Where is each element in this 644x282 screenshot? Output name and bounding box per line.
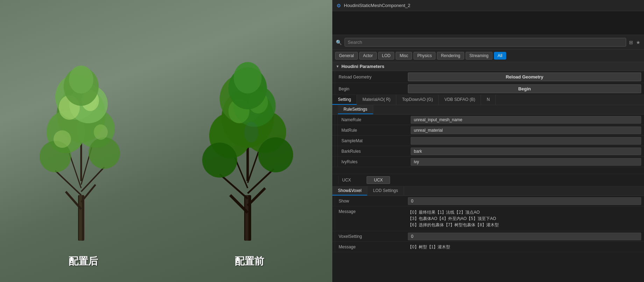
voxel-setting-input[interactable] [408, 233, 641, 240]
show-input[interactable] [408, 197, 641, 205]
search-icon: 🔍 [336, 40, 342, 45]
tab-rendering[interactable]: Rendering [437, 52, 464, 60]
voxel-setting-label: VoxelSetting [335, 233, 405, 240]
svg-point-21 [69, 66, 93, 94]
mat-rule-label: MatRule [338, 126, 408, 134]
ucx-row: UCX UCX [332, 174, 644, 186]
svg-line-3 [81, 185, 95, 202]
sub-tab-setting[interactable]: Setting [332, 95, 357, 105]
sample-mat-label: SampleMat [338, 137, 408, 145]
sub-tab-materialao[interactable]: MaterialAO( R) [357, 95, 396, 105]
voxel-setting-row: VoxelSetting [332, 231, 644, 242]
tab-show-voxel[interactable]: Show&Voxel [332, 186, 367, 195]
ucx-label: UCX [342, 178, 363, 183]
bark-rules-input[interactable] [411, 147, 641, 155]
indent [332, 83, 335, 95]
tree-after-label: 配置后 [69, 255, 98, 268]
reload-geometry-label: Reload Geometry [335, 73, 405, 81]
bark-rules-label: BarkRules [338, 147, 408, 155]
component-icon: ⚙ [337, 3, 341, 8]
spacer-row [332, 167, 644, 174]
voxel-message-value: 【0】树型【1】灌木型 [405, 242, 644, 252]
sub-tab-topdownao[interactable]: TopDownAO (G) [396, 95, 439, 105]
sub-tabs: Setting MaterialAO( R) TopDownAO (G) VDB… [332, 95, 644, 105]
show-row: Show [332, 196, 644, 206]
name-rule-row: NameRule [332, 115, 644, 125]
begin-button[interactable]: Begin [408, 84, 641, 93]
ivy-rules-row: IvyRules [332, 157, 644, 167]
tree-after-svg [34, 55, 132, 251]
svg-point-13 [89, 137, 120, 169]
name-rule-label: NameRule [338, 116, 408, 124]
svg-point-41 [234, 62, 262, 94]
inner-tab-rulesettings[interactable]: RuleSettings [338, 105, 373, 114]
viewport: 配置后 [0, 0, 332, 282]
indent2 [335, 146, 338, 156]
sub-tab-vdb[interactable]: VDB SDFAO (B) [439, 95, 481, 105]
sample-mat-input[interactable] [411, 137, 641, 145]
svg-rect-23 [245, 195, 248, 241]
svg-point-34 [202, 143, 237, 178]
mat-rule-row: MatRule [332, 125, 644, 136]
indent [332, 71, 335, 83]
top-spacer [332, 11, 644, 35]
reload-geometry-button[interactable]: Reload Geometry [408, 73, 641, 81]
mat-rule-input[interactable] [411, 126, 641, 134]
main-content[interactable]: ▼ Houdini Parameters Reload Geometry Rel… [332, 62, 644, 282]
begin-row: Begin Begin [332, 83, 644, 95]
star-button[interactable]: ★ [636, 40, 641, 45]
tree-before: 配置前 [200, 55, 298, 268]
message-label: Message [335, 208, 405, 215]
indent2 [335, 115, 338, 125]
sub-tab-n[interactable]: N [481, 95, 496, 105]
indent [332, 208, 335, 229]
houdini-parameters-section: ▼ Houdini Parameters [332, 62, 644, 71]
header-icons: ⊞ ★ [629, 40, 641, 45]
indent [332, 231, 335, 241]
collapse-arrow[interactable]: ▼ [336, 64, 339, 68]
tree-before-svg [200, 55, 298, 251]
tab-all[interactable]: All [494, 52, 506, 60]
svg-point-42 [244, 122, 258, 143]
svg-line-4 [55, 171, 81, 195]
search-bar: 🔍 ⊞ ★ [332, 35, 644, 50]
svg-point-35 [258, 137, 293, 172]
tab-actor[interactable]: Actor [359, 52, 377, 60]
ucx-button[interactable]: UCX [367, 176, 390, 184]
ivy-rules-input[interactable] [411, 158, 641, 166]
tab-lod-settings[interactable]: LOD Settings [367, 186, 404, 195]
tab-lod[interactable]: LOD [378, 52, 395, 60]
component-header: ⚙ HoudiniStaticMeshComponent_2 [332, 0, 644, 11]
grid-view-button[interactable]: ⊞ [629, 40, 633, 45]
show-label: Show [335, 197, 405, 205]
section-title: Houdini Parameters [341, 64, 384, 69]
indent [332, 146, 335, 156]
indent2 [335, 157, 338, 167]
message-value: 【0】最终结果【1】法线【2】顶点AO 【3】包裹体AO【4】外至内AO【5】顶… [405, 208, 644, 229]
indent [336, 176, 339, 184]
tab-physics[interactable]: Physics [413, 52, 436, 60]
search-input[interactable] [345, 38, 626, 47]
reload-geometry-row: Reload Geometry Reload Geometry [332, 71, 644, 83]
sample-mat-row: SampleMat [332, 136, 644, 146]
svg-point-19 [94, 124, 108, 140]
bark-rules-row: BarkRules [332, 146, 644, 157]
tab-streaming[interactable]: Streaming [466, 52, 493, 60]
tab-general[interactable]: General [335, 52, 358, 60]
indent2 [335, 125, 338, 135]
indent [332, 125, 335, 135]
show-voxel-tabs: Show&Voxel LOD Settings [332, 186, 644, 196]
name-rule-input[interactable] [411, 116, 641, 124]
filter-tabs: General Actor LOD Misc Physics Rendering… [332, 50, 644, 62]
indent [332, 115, 335, 125]
right-panel: ⚙ HoudiniStaticMeshComponent_2 🔍 ⊞ ★ Gen… [332, 0, 644, 282]
tab-misc[interactable]: Misc [396, 52, 412, 60]
indent2 [335, 136, 338, 146]
svg-line-6 [69, 153, 81, 188]
begin-label: Begin [335, 85, 405, 93]
tree-before-label: 配置前 [235, 255, 264, 268]
voxel-message-row: Message 【0】树型【1】灌木型 [332, 242, 644, 252]
inner-tabs: RuleSettings [332, 105, 644, 115]
indent [332, 136, 335, 146]
indent [332, 242, 335, 252]
